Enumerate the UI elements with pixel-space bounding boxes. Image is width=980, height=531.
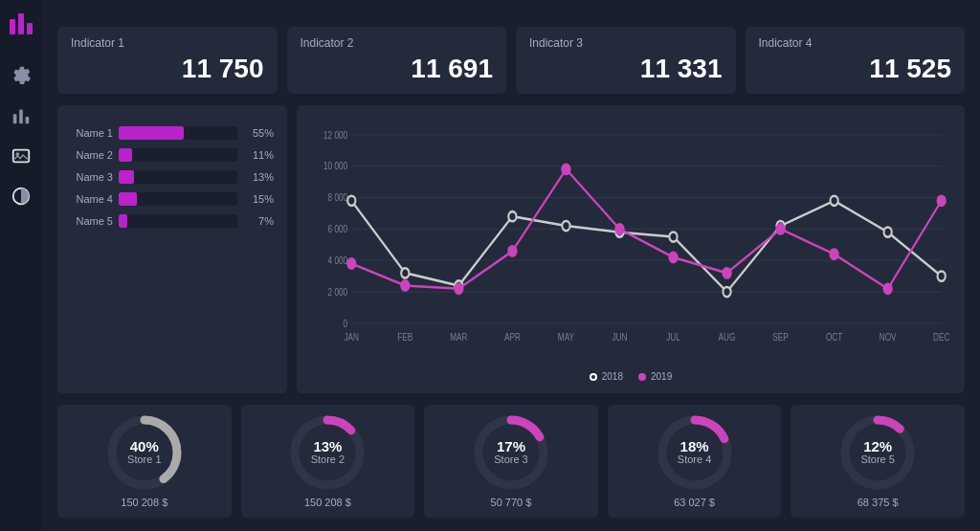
- gear-icon[interactable]: [11, 65, 32, 86]
- chart-bar-icon[interactable]: [11, 105, 32, 126]
- indicator-card-3: Indicator 3 11 331: [516, 27, 736, 94]
- svg-rect-4: [19, 110, 23, 124]
- bar-fill-5: [119, 214, 127, 228]
- svg-text:JAN: JAN: [345, 332, 360, 343]
- svg-point-44: [830, 196, 837, 206]
- bar-pct-1: 55%: [243, 127, 274, 139]
- donut-wrapper-3: 17% Store 3: [473, 414, 549, 491]
- donut-wrapper-1: 40% Store 1: [106, 414, 183, 491]
- donut-pct-2: 13%: [311, 439, 345, 454]
- svg-rect-0: [10, 19, 15, 34]
- bar-track-4: [119, 192, 237, 206]
- bar-pct-3: 13%: [243, 171, 274, 183]
- svg-point-53: [669, 253, 677, 262]
- main-content: Indicator 1 11 750 Indicator 2 11 691 In…: [42, 0, 980, 531]
- svg-text:OCT: OCT: [826, 332, 843, 343]
- svg-point-50: [508, 246, 516, 255]
- donut-name-4: Store 4: [678, 454, 711, 466]
- donut-center-4: 18% Store 4: [678, 439, 711, 466]
- svg-text:MAY: MAY: [558, 332, 574, 343]
- svg-text:APR: APR: [504, 332, 521, 343]
- donut-name-5: Store 5: [860, 454, 894, 466]
- donut-amount-2: 150 208 $: [304, 497, 351, 508]
- bar-label-3: Name 3: [71, 171, 113, 183]
- bar-track-3: [119, 170, 237, 184]
- bar-item-2: Name 2 11%: [71, 148, 274, 162]
- bar-pct-5: 7%: [243, 215, 274, 227]
- svg-point-45: [884, 228, 892, 237]
- svg-text:JUN: JUN: [612, 332, 627, 343]
- bar-item-3: Name 3 13%: [71, 170, 274, 184]
- svg-text:8 000: 8 000: [328, 193, 348, 204]
- sidebar: [0, 0, 42, 531]
- donut-center-3: 17% Store 3: [494, 439, 527, 466]
- svg-point-46: [938, 272, 946, 281]
- donut-pct-5: 12%: [860, 439, 894, 454]
- donut-amount-4: 63 027 $: [674, 497, 715, 508]
- indicator-label-1: Indicator 1: [71, 36, 264, 50]
- indicators-row: Indicator 1 11 750 Indicator 2 11 691 In…: [57, 27, 965, 94]
- svg-point-48: [401, 280, 409, 290]
- legend-label-2019: 2019: [651, 371, 672, 382]
- svg-point-41: [669, 232, 677, 241]
- photo-icon[interactable]: [11, 145, 32, 166]
- donut-wrapper-2: 13% Store 2: [289, 414, 366, 491]
- indicator-card-2: Indicator 2 11 691: [287, 27, 507, 94]
- bar-label-2: Name 2: [71, 149, 113, 161]
- svg-point-57: [884, 284, 892, 294]
- donut-name-1: Store 1: [127, 454, 161, 466]
- store-card-1: 40% Store 1 150 208 $: [57, 405, 232, 518]
- svg-point-52: [615, 224, 623, 233]
- indicator-label-2: Indicator 2: [301, 36, 494, 50]
- store-card-5: 12% Store 5 68 375 $: [791, 405, 965, 518]
- donut-center-5: 12% Store 5: [860, 439, 894, 466]
- svg-text:10 000: 10 000: [323, 162, 347, 172]
- svg-point-51: [562, 165, 569, 174]
- bottom-row: 40% Store 1 150 208 $ 13% Store 2 150 20…: [57, 405, 965, 518]
- legend-dot-2018: [590, 373, 597, 381]
- svg-point-56: [830, 250, 837, 259]
- donut-wrapper-4: 18% Store 4: [657, 414, 733, 491]
- top5-panel: Name 1 55% Name 2 11% Name 3 13% Name 4 …: [57, 105, 287, 393]
- donut-name-3: Store 3: [494, 454, 527, 466]
- svg-point-38: [508, 211, 516, 221]
- legend-2018: 2018: [590, 371, 623, 382]
- indicator-value-4: 11 525: [759, 54, 952, 84]
- bar-fill-2: [119, 148, 132, 162]
- bar-item-5: Name 5 7%: [71, 214, 274, 228]
- svg-text:SEP: SEP: [772, 332, 788, 343]
- indicator-card-1: Indicator 1 11 750: [57, 27, 278, 94]
- svg-text:FEB: FEB: [397, 332, 412, 343]
- svg-rect-3: [13, 114, 17, 123]
- svg-point-49: [455, 284, 462, 294]
- bar-fill-4: [119, 192, 137, 206]
- store-card-3: 17% Store 3 50 770 $: [424, 405, 598, 518]
- svg-point-42: [723, 287, 730, 297]
- chart-legend: 2018 2019: [310, 371, 951, 382]
- svg-text:0: 0: [344, 319, 348, 329]
- chart-area: 02 0004 0006 0008 00010 00012 000JANFEBM…: [310, 122, 951, 367]
- donut-amount-5: 68 375 $: [858, 497, 899, 508]
- svg-rect-6: [13, 150, 30, 163]
- svg-text:2 000: 2 000: [328, 287, 348, 298]
- svg-rect-5: [26, 117, 30, 123]
- svg-point-47: [347, 258, 355, 268]
- svg-rect-1: [18, 13, 24, 34]
- indicator-value-1: 11 750: [71, 54, 264, 84]
- svg-text:DEC: DEC: [933, 332, 950, 343]
- bar-track-2: [119, 148, 237, 162]
- donut-name-2: Store 2: [311, 454, 345, 466]
- store-card-4: 18% Store 4 63 027 $: [608, 405, 782, 518]
- donut-pct-3: 17%: [494, 439, 527, 454]
- bar-label-1: Name 1: [71, 127, 113, 139]
- bar-label-4: Name 4: [71, 193, 113, 205]
- legend-dot-2019: [638, 373, 646, 381]
- bar-item-1: Name 1 55%: [71, 126, 274, 140]
- indicator-value-3: 11 331: [529, 54, 723, 84]
- indicator-label-3: Indicator 3: [529, 36, 723, 50]
- contrast-icon[interactable]: [11, 186, 32, 207]
- svg-point-55: [776, 224, 784, 233]
- donut-center-2: 13% Store 2: [311, 439, 345, 466]
- svg-point-54: [723, 268, 730, 277]
- bar-track-1: [119, 126, 237, 140]
